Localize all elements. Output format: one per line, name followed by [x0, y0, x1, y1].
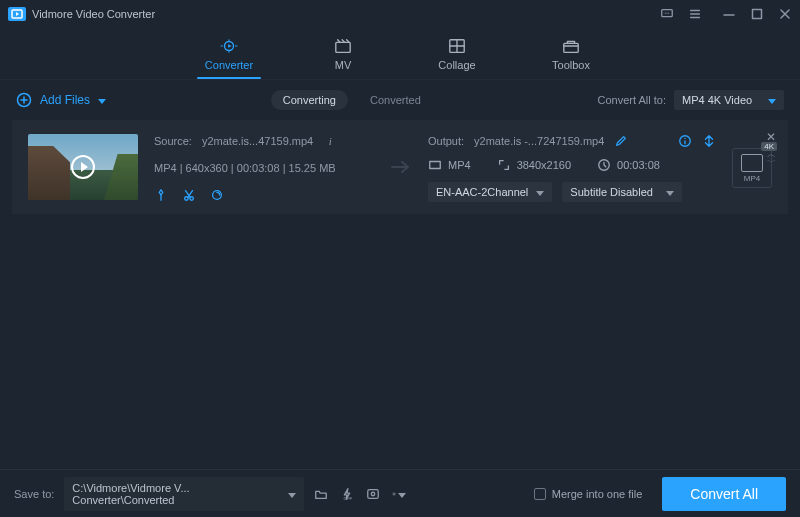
main-tabs: Converter MV Collage Toolbox	[0, 28, 800, 80]
app-logo	[8, 7, 26, 21]
out-format: MP4	[448, 159, 471, 171]
out-duration: 00:03:08	[617, 159, 660, 171]
feedback-icon[interactable]	[660, 7, 674, 21]
add-files-button[interactable]: Add Files	[16, 92, 106, 108]
segment-converted[interactable]: Converted	[358, 90, 433, 110]
convert-all-label: Convert All to:	[598, 94, 666, 106]
merge-checkbox[interactable]: Merge into one file	[534, 488, 643, 500]
svg-marker-7	[228, 44, 232, 48]
tab-collage[interactable]: Collage	[425, 37, 489, 77]
audio-track-dropdown[interactable]: EN-AAC-2Channel	[428, 182, 552, 202]
output-selects: EN-AAC-2Channel Subtitle Disabled	[428, 182, 716, 202]
output-params: MP4 3840x2160 00:03:08	[428, 158, 716, 172]
resolution-icon	[497, 158, 511, 172]
format-icon	[428, 158, 442, 172]
chevron-down-icon	[288, 488, 296, 500]
svg-rect-10	[564, 43, 578, 52]
tab-converter[interactable]: Converter	[197, 37, 261, 77]
convert-all-value: MP4 4K Video	[682, 94, 752, 106]
compress-icon[interactable]	[702, 134, 716, 148]
svg-text:OFF: OFF	[344, 496, 353, 501]
checkbox-icon	[534, 488, 546, 500]
svg-point-4	[668, 13, 669, 14]
settings-icon[interactable]	[392, 487, 406, 501]
hardware-accel-icon[interactable]: OFF	[340, 487, 354, 501]
duration-icon	[597, 158, 611, 172]
source-label: Source:	[154, 135, 192, 147]
open-folder-icon[interactable]	[314, 487, 328, 501]
cut-icon[interactable]	[182, 188, 196, 202]
play-icon	[71, 155, 95, 179]
tab-toolbox[interactable]: Toolbox	[539, 37, 603, 77]
titlebar-right	[660, 7, 792, 21]
svg-rect-16	[430, 162, 441, 169]
output-format-thumbnail[interactable]: 4K MP4	[732, 148, 772, 188]
svg-point-3	[666, 13, 667, 14]
remove-item-icon[interactable]: ✕	[766, 130, 776, 144]
chevron-down-icon	[536, 186, 544, 198]
arrow-icon	[390, 158, 412, 179]
merge-label: Merge into one file	[552, 488, 643, 500]
edit-video-icon[interactable]	[154, 188, 168, 202]
source-tools	[154, 188, 374, 202]
task-schedule-icon[interactable]	[366, 487, 380, 501]
titlebar: Vidmore Video Converter	[0, 0, 800, 28]
subtitle-value: Subtitle Disabled	[570, 186, 653, 198]
save-path-value: C:\Vidmore\Vidmore V... Converter\Conver…	[72, 482, 288, 506]
app-title: Vidmore Video Converter	[32, 8, 155, 20]
status-segment: Converting Converted	[271, 90, 433, 110]
chevron-down-icon	[768, 94, 776, 106]
source-meta: MP4 | 640x360 | 00:03:08 | 15.25 MB	[154, 162, 374, 174]
format-label: MP4	[744, 174, 760, 183]
close-icon[interactable]	[778, 7, 792, 21]
move-down-icon[interactable]: ﹀	[767, 158, 776, 166]
rename-icon[interactable]	[614, 134, 628, 148]
reorder-handles: ︿ ﹀	[767, 150, 776, 166]
maximize-icon[interactable]	[750, 7, 764, 21]
info-circle-icon[interactable]	[678, 134, 692, 148]
source-filename: y2mate.is...47159.mp4	[202, 135, 313, 147]
subtitle-dropdown[interactable]: Subtitle Disabled	[562, 182, 682, 202]
tab-collage-label: Collage	[438, 59, 475, 71]
source-info: Source: y2mate.is...47159.mp4 i MP4 | 64…	[154, 134, 374, 202]
chevron-down-icon	[666, 186, 674, 198]
menu-icon[interactable]	[688, 7, 702, 21]
main-area: Source: y2mate.is...47159.mp4 i MP4 | 64…	[0, 120, 800, 435]
titlebar-left: Vidmore Video Converter	[8, 7, 155, 21]
source-row: Source: y2mate.is...47159.mp4 i	[154, 134, 374, 148]
video-thumbnail[interactable]	[28, 134, 138, 200]
tab-toolbox-label: Toolbox	[552, 59, 590, 71]
output-header: Output: y2mate.is -...7247159.mp4	[428, 134, 716, 148]
footer: Save to: C:\Vidmore\Vidmore V... Convert…	[0, 469, 800, 517]
save-path-dropdown[interactable]: C:\Vidmore\Vidmore V... Converter\Conver…	[64, 477, 304, 511]
convert-all-format-dropdown[interactable]: MP4 4K Video	[674, 90, 784, 110]
segment-converting[interactable]: Converting	[271, 90, 348, 110]
chevron-down-icon	[98, 93, 106, 107]
svg-rect-8	[336, 42, 350, 52]
convert-all-button[interactable]: Convert All	[662, 477, 786, 511]
svg-rect-5	[753, 10, 762, 19]
convert-all-to: Convert All to: MP4 4K Video	[598, 90, 784, 110]
svg-point-20	[372, 492, 376, 496]
output-label: Output:	[428, 135, 464, 147]
window-controls	[722, 7, 792, 21]
tab-mv-label: MV	[335, 59, 352, 71]
tab-converter-label: Converter	[205, 59, 253, 71]
audio-track-value: EN-AAC-2Channel	[436, 186, 528, 198]
conversion-item: Source: y2mate.is...47159.mp4 i MP4 | 64…	[12, 120, 788, 214]
svg-rect-19	[368, 489, 379, 498]
enhance-icon[interactable]	[210, 188, 224, 202]
toolbar: Add Files Converting Converted Convert A…	[0, 80, 800, 120]
out-resolution: 3840x2160	[517, 159, 571, 171]
minimize-icon[interactable]	[722, 7, 736, 21]
output-info: Output: y2mate.is -...7247159.mp4 MP4 38…	[428, 134, 716, 202]
output-actions	[678, 134, 716, 148]
tab-mv[interactable]: MV	[311, 37, 375, 77]
add-files-label: Add Files	[40, 93, 90, 107]
footer-tools: OFF	[314, 487, 406, 501]
svg-point-2	[665, 13, 666, 14]
info-icon[interactable]: i	[323, 134, 337, 148]
save-to-label: Save to:	[14, 488, 54, 500]
output-filename: y2mate.is -...7247159.mp4	[474, 135, 604, 147]
